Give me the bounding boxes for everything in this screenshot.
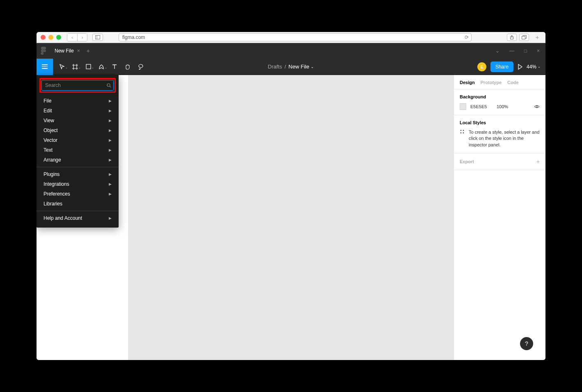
forward-button[interactable]: › <box>77 34 87 41</box>
submenu-arrow-icon: ▶ <box>109 119 112 123</box>
menu-item-label: Text <box>44 147 53 153</box>
submenu-arrow-icon: ▶ <box>109 99 112 103</box>
menu-item-plugins[interactable]: Plugins▶ <box>39 169 116 179</box>
menu-item-arrange[interactable]: Arrange▶ <box>39 155 116 165</box>
close-icon[interactable]: × <box>535 48 541 54</box>
add-tab-button[interactable]: + <box>87 48 90 54</box>
minimize-window-button[interactable] <box>48 35 53 40</box>
menu-item-preferences[interactable]: Preferences▶ <box>39 189 116 199</box>
figma-app: New File × + ⌄ — □ × ⌄ <box>37 43 545 360</box>
tool-group: ⌄ ⌄ ⌄ ⌄ <box>53 59 150 75</box>
menu-search-box[interactable] <box>41 80 114 91</box>
background-title: Background <box>460 94 540 99</box>
local-styles-section: Local Styles To create a style, select a… <box>454 115 545 153</box>
text-tool[interactable] <box>108 59 121 75</box>
browser-window: ‹ › figma.com ⟳ + <box>37 32 545 360</box>
opacity-value[interactable]: 100% <box>497 104 508 109</box>
submenu-arrow-icon: ▶ <box>109 216 112 220</box>
chevron-down-icon: ⌄ <box>538 65 541 68</box>
toolbar: ⌄ ⌄ ⌄ ⌄ <box>37 59 545 75</box>
tab-prototype[interactable]: Prototype <box>481 80 502 85</box>
close-window-button[interactable] <box>41 35 46 40</box>
refresh-icon[interactable]: ⟳ <box>465 34 469 40</box>
hand-tool[interactable] <box>121 59 134 75</box>
right-panel: Design Prototype Code Background E5E5E5 … <box>454 75 545 360</box>
hamburger-icon <box>42 64 48 69</box>
menu-separator <box>37 167 119 167</box>
maximize-window-button[interactable] <box>56 35 61 40</box>
breadcrumb-drafts: Drafts <box>268 64 282 70</box>
tab-design[interactable]: Design <box>460 80 475 85</box>
toolbar-right: E Share 44% ⌄ <box>477 62 545 72</box>
menu-item-label: Edit <box>44 108 52 114</box>
menu-item-object[interactable]: Object▶ <box>39 125 116 135</box>
menu-search-input[interactable] <box>45 82 107 88</box>
close-tab-icon[interactable]: × <box>77 48 80 54</box>
menu-item-text[interactable]: Text▶ <box>39 145 116 155</box>
chevron-down-icon[interactable]: ⌄ <box>494 48 501 54</box>
color-swatch[interactable] <box>460 103 466 110</box>
caret-icon: ⌄ <box>105 66 107 69</box>
menu-item-libraries[interactable]: Libraries <box>39 199 116 209</box>
local-styles-title: Local Styles <box>460 120 540 125</box>
svg-point-6 <box>536 106 538 107</box>
help-button[interactable]: ? <box>520 337 533 350</box>
url-bar[interactable]: figma.com ⟳ <box>119 33 472 41</box>
file-tab[interactable]: New File × <box>55 48 80 54</box>
zoom-control[interactable]: 44% ⌄ <box>527 64 541 70</box>
main-menu-dropdown: File▶Edit▶View▶Object▶Vector▶Text▶Arrang… <box>37 75 119 228</box>
window-controls: ⌄ — □ × <box>494 48 541 54</box>
menu-item-edit[interactable]: Edit▶ <box>39 106 116 116</box>
share-icon[interactable] <box>507 34 517 41</box>
figma-logo-icon <box>41 47 46 55</box>
svg-point-9 <box>461 132 461 133</box>
menu-item-label: Libraries <box>44 201 62 207</box>
move-tool[interactable]: ⌄ <box>55 59 69 75</box>
browser-chrome: ‹ › figma.com ⟳ + <box>37 32 545 43</box>
workspace: Design Prototype Code Background E5E5E5 … <box>37 75 545 360</box>
share-button[interactable]: Share <box>490 62 513 72</box>
caret-icon: ⌄ <box>65 66 68 69</box>
menu-item-label: Plugins <box>44 171 60 177</box>
menu-item-vector[interactable]: Vector▶ <box>39 135 116 145</box>
menu-separator <box>37 211 119 211</box>
tab-code[interactable]: Code <box>507 80 519 85</box>
shape-tool[interactable]: ⌄ <box>82 59 95 75</box>
new-tab-button[interactable]: + <box>533 33 541 41</box>
svg-point-4 <box>44 50 46 52</box>
hex-value[interactable]: E5E5E5 <box>470 104 493 109</box>
comment-tool[interactable] <box>134 59 147 75</box>
submenu-arrow-icon: ▶ <box>109 138 112 142</box>
present-button[interactable] <box>518 64 522 70</box>
svg-point-10 <box>463 132 464 133</box>
menu-item-file[interactable]: File▶ <box>39 96 116 106</box>
search-highlight-box <box>39 78 116 93</box>
main-menu-button[interactable] <box>37 59 53 75</box>
maximize-icon[interactable]: □ <box>522 48 529 54</box>
browser-right-buttons <box>507 34 529 41</box>
minimize-icon[interactable]: — <box>508 48 516 54</box>
pen-tool[interactable]: ⌄ <box>95 59 108 75</box>
back-button[interactable]: ‹ <box>67 34 77 41</box>
breadcrumb[interactable]: Drafts / New File ⌄ <box>268 64 314 70</box>
submenu-arrow-icon: ▶ <box>109 158 112 162</box>
menu-item-label: File <box>44 98 51 104</box>
menu-item-label: Integrations <box>44 181 69 187</box>
submenu-arrow-icon: ▶ <box>109 109 112 113</box>
tabs-icon[interactable] <box>519 34 529 41</box>
menu-item-view[interactable]: View▶ <box>39 116 116 125</box>
avatar[interactable]: E <box>477 62 486 71</box>
tab-area: New File × + <box>55 48 90 54</box>
styles-grid-icon <box>460 129 465 134</box>
menu-item-integrations[interactable]: Integrations▶ <box>39 179 116 189</box>
frame-tool[interactable]: ⌄ <box>69 59 82 75</box>
sidebar-toggle[interactable] <box>92 34 103 41</box>
menu-item-help-and-account[interactable]: Help and Account▶ <box>39 213 116 223</box>
add-export-button[interactable]: + <box>536 158 540 165</box>
canvas[interactable] <box>128 75 454 360</box>
menu-items: File▶Edit▶View▶Object▶Vector▶Text▶Arrang… <box>39 94 116 225</box>
visibility-toggle-icon[interactable] <box>534 105 540 109</box>
menu-item-label: Vector <box>44 137 57 143</box>
background-row: E5E5E5 100% <box>460 103 540 110</box>
caret-icon: ⌄ <box>78 66 81 69</box>
